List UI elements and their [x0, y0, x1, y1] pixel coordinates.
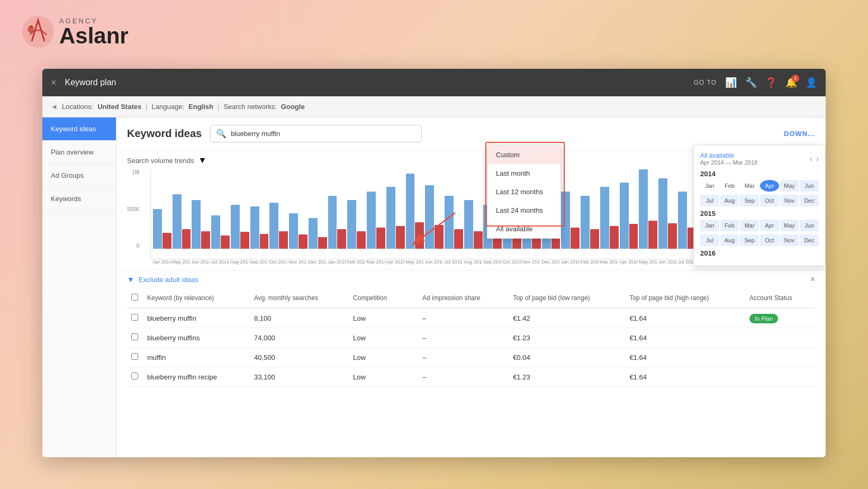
cal-2014-jan[interactable]: Jan — [700, 180, 719, 192]
networks-value: Google — [281, 103, 305, 111]
x-label-12: Apr 2015 — [386, 259, 404, 265]
cal-2014-nov[interactable]: Nov — [780, 195, 799, 206]
blue-bar-13 — [406, 174, 415, 249]
bar-pair-21 — [561, 192, 580, 249]
cal-2014-jun[interactable]: Jun — [800, 180, 819, 192]
sidebar-item-keywords[interactable]: Keywords — [42, 187, 116, 211]
red-bar-5 — [260, 234, 269, 249]
calendar-range-label: All available — [700, 152, 757, 159]
locations-label: Locations: — [62, 103, 93, 111]
sidebar-item-keyword-ideas[interactable]: Keyword ideas — [42, 117, 116, 141]
sidebar-item-ad-groups[interactable]: Ad Groups — [42, 164, 116, 187]
browser-window: × Keyword plan GO TO 📊 🔧 ❓ 🔔1 👤 ◄ Locati… — [42, 69, 826, 457]
dropdown-item-custom[interactable]: Custom — [487, 146, 560, 164]
close-button[interactable]: × — [51, 77, 57, 88]
status-cell-0: In Plan — [745, 308, 815, 328]
brand-name: Aslanr — [59, 25, 129, 47]
cal-2014-mar[interactable]: Mar — [740, 180, 759, 192]
x-label-26: Jun 2016 — [658, 259, 677, 265]
col-competition: Competition — [349, 288, 406, 308]
calendar-header: All available Apr 2014 — Mar 2018 ‹ › — [700, 152, 819, 166]
bar-pair-12 — [386, 187, 405, 249]
cal-2015-dec[interactable]: Dec — [800, 234, 819, 246]
blue-bar-14 — [425, 185, 434, 249]
cal-2015-jun[interactable]: Jun — [800, 220, 819, 231]
cal-prev-icon[interactable]: ‹ — [810, 155, 812, 163]
cal-2015-jan[interactable]: Jan — [700, 220, 719, 231]
x-label-10: Feb 2015 — [347, 259, 366, 265]
dropdown-menu: Custom Last month Last 12 months Last 24… — [487, 145, 561, 239]
x-label-11: Mar 2015 — [366, 259, 385, 265]
cal-2014-dec[interactable]: Dec — [800, 195, 819, 206]
row-checkbox-0[interactable] — [131, 314, 138, 321]
cal-2015-feb[interactable]: Feb — [720, 220, 739, 231]
dropdown-item-all[interactable]: All available — [487, 220, 560, 238]
cal-2014-feb[interactable]: Feb — [720, 180, 739, 192]
cal-2014-oct[interactable]: Oct — [760, 195, 779, 206]
close-filter-icon[interactable]: × — [810, 275, 815, 284]
row-checkbox-3[interactable] — [131, 373, 138, 379]
cal-2015-oct[interactable]: Oct — [760, 234, 779, 246]
cal-2015-mar[interactable]: Mar — [740, 220, 759, 231]
dropdown-item-last-month[interactable]: Last month — [487, 164, 560, 183]
cal-2015-jul[interactable]: Jul — [700, 234, 719, 246]
filter-icon: ▼ — [127, 275, 134, 284]
cal-2015-apr[interactable]: Apr — [760, 220, 779, 231]
x-label-0: Apr 2014 — [152, 259, 171, 265]
bar-pair-7 — [289, 213, 308, 249]
competition-cell-2: Low — [349, 348, 406, 367]
cal-2014-jul[interactable]: Jul — [700, 195, 719, 206]
chart-control-label[interactable]: Search volume trends — [127, 157, 194, 165]
calendar-panel: All available Apr 2014 — Mar 2018 ‹ › 20… — [693, 145, 826, 266]
red-bar-22 — [590, 229, 599, 249]
cal-2015-may[interactable]: May — [780, 220, 799, 231]
download-button[interactable]: DOWN... — [784, 130, 815, 138]
help-icon[interactable]: ❓ — [765, 77, 777, 88]
cal-2014-sep[interactable]: Sep — [740, 195, 759, 206]
dropdown-item-last-24[interactable]: Last 24 months — [487, 201, 560, 220]
col-high: Top of page bid (high range) — [625, 288, 745, 308]
red-bar-2 — [201, 231, 210, 249]
bar-pair-15 — [445, 196, 463, 249]
blue-bar-7 — [289, 213, 298, 249]
filter-row: ▼ Exclude adult ideas × — [116, 270, 826, 288]
x-label-21: Jan 2016 — [561, 259, 580, 265]
page-title: Keyword ideas — [127, 128, 202, 140]
status-cell-1 — [745, 328, 815, 348]
low-cell-3: €1.23 — [509, 367, 625, 387]
blue-bar-15 — [445, 196, 454, 249]
select-all-checkbox[interactable] — [131, 294, 138, 301]
back-arrow[interactable]: ◄ — [51, 103, 58, 111]
cal-2015-aug[interactable]: Aug — [720, 234, 739, 246]
cal-next-icon[interactable]: › — [816, 155, 819, 163]
sidebar-item-plan-overview[interactable]: Plan overview — [42, 141, 116, 164]
x-label-9: Jan 2015 — [328, 259, 346, 265]
cal-2015-nov[interactable]: Nov — [780, 234, 799, 246]
notification-icon[interactable]: 🔔1 — [785, 77, 797, 88]
filter-exclude-adults[interactable]: Exclude adult ideas — [139, 276, 198, 284]
bar-pair-3 — [211, 215, 230, 249]
bar-chart-icon[interactable]: 📊 — [725, 77, 737, 88]
search-input[interactable] — [231, 130, 416, 138]
blue-bar-25 — [639, 169, 648, 249]
cal-2014-aug[interactable]: Aug — [720, 195, 739, 206]
cal-year-2015: 2015 — [700, 210, 819, 218]
table-row: blueberry muffin 8,100 Low – €1.42 €1.64… — [127, 308, 815, 328]
cal-2014-apr[interactable]: Apr — [760, 180, 779, 192]
col-avg: Avg. monthly searches — [250, 288, 349, 308]
user-icon[interactable]: 👤 — [806, 77, 817, 88]
blue-bar-23 — [600, 187, 609, 249]
row-checkbox-1[interactable] — [131, 333, 138, 340]
chart-dropdown-arrow[interactable]: ▼ — [198, 156, 206, 165]
window-title: Keyword plan — [65, 78, 694, 87]
dropdown-item-last-12[interactable]: Last 12 months — [487, 183, 560, 201]
tools-icon[interactable]: 🔧 — [745, 77, 757, 88]
search-bar[interactable]: 🔍 — [210, 125, 422, 142]
bar-pair-4 — [231, 205, 249, 249]
cal-2015-sep[interactable]: Sep — [740, 234, 759, 246]
cal-2014-may[interactable]: May — [780, 180, 799, 192]
cal-months-2014-row2: Jul Aug Sep Oct Nov Dec — [700, 195, 819, 206]
language-value: English — [188, 103, 213, 111]
blue-bar-27 — [678, 192, 687, 249]
row-checkbox-2[interactable] — [131, 353, 138, 360]
